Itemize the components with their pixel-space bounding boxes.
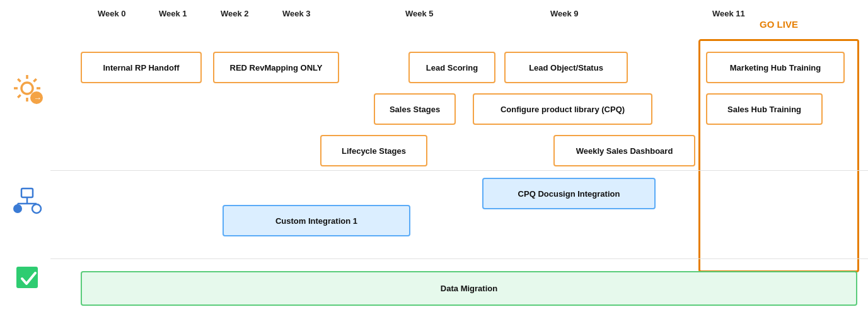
green-flag-icon (11, 262, 46, 299)
gantt-chart: Week 0 Week 1 Week 2 Week 3 Week 5 Week … (0, 0, 868, 319)
row-divider-1 (50, 170, 868, 171)
blue-hierarchy-icon (11, 186, 46, 223)
svg-point-14 (13, 204, 22, 213)
orange-gear-icon: → (11, 72, 48, 112)
task-internal-rp-handoff[interactable]: Internal RP Handoff (81, 52, 202, 83)
task-marketing-hub-training[interactable]: Marketing Hub Training (706, 52, 845, 83)
svg-point-15 (32, 204, 41, 213)
task-red-revmapping[interactable]: RED RevMapping ONLY (213, 52, 339, 83)
week-11-header: Week 11 (712, 9, 745, 18)
task-weekly-sales-dashboard[interactable]: Weekly Sales Dashboard (553, 135, 695, 166)
svg-point-0 (21, 83, 33, 94)
svg-line-7 (33, 79, 36, 81)
week-3-header: Week 3 (282, 9, 311, 18)
svg-rect-18 (16, 267, 38, 288)
week-9-header: Week 9 (550, 9, 579, 18)
task-data-migration[interactable]: Data Migration (81, 271, 857, 306)
row-divider-2 (50, 258, 868, 259)
task-cpq-docusign[interactable]: CPQ Docusign Integration (482, 178, 656, 209)
week-5-header: Week 5 (405, 9, 434, 18)
svg-text:→: → (33, 93, 42, 103)
week-1-header: Week 1 (159, 9, 187, 18)
task-sales-hub-training[interactable]: Sales Hub Training (706, 93, 823, 125)
week-2-header: Week 2 (221, 9, 249, 18)
svg-line-5 (18, 79, 20, 81)
week-0-header: Week 0 (98, 9, 126, 18)
svg-line-8 (18, 95, 20, 97)
task-lead-scoring[interactable]: Lead Scoring (408, 52, 495, 83)
task-custom-integration[interactable]: Custom Integration 1 (223, 205, 410, 236)
task-lead-object-status[interactable]: Lead Object/Status (504, 52, 628, 83)
task-sales-stages[interactable]: Sales Stages (374, 93, 456, 125)
task-configure-cpq[interactable]: Configure product library (CPQ) (473, 93, 652, 125)
go-live-label: GO LIVE (698, 19, 859, 30)
task-lifecycle-stages[interactable]: Lifecycle Stages (320, 135, 427, 166)
svg-rect-11 (21, 188, 33, 197)
